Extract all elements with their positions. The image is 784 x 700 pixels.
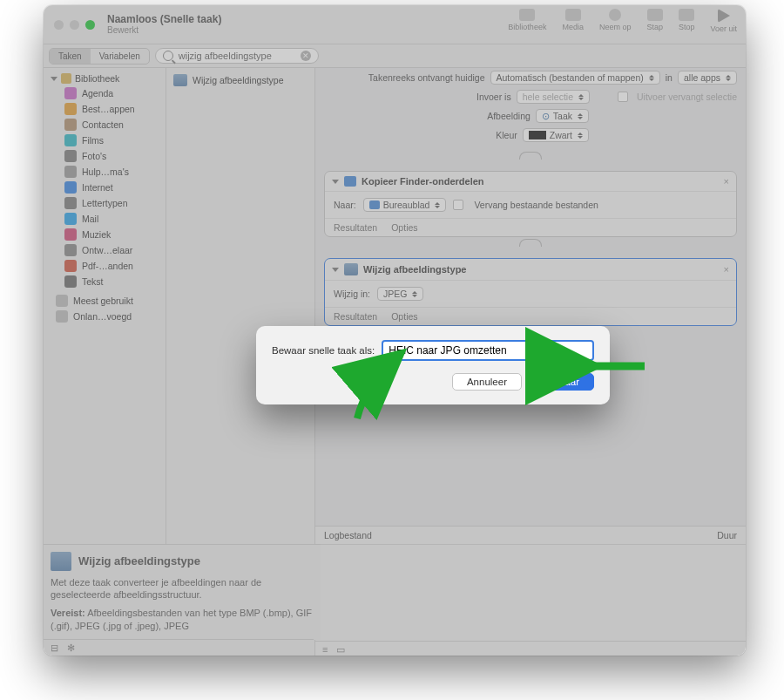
sheet-row: Bewaar snelle taak als: (272, 340, 594, 361)
automator-window: Naamloos (Snelle taak) Bewerkt Bibliothe… (44, 5, 746, 656)
save-as-label: Bewaar snelle taak als: (272, 345, 375, 356)
sheet-buttons: Annuleer Bewaar (272, 373, 594, 391)
cancel-button[interactable]: Annuleer (452, 373, 522, 391)
save-button[interactable]: Bewaar (531, 373, 594, 391)
save-sheet: Bewaar snelle taak als: Annuleer Bewaar (256, 326, 610, 404)
save-name-input[interactable] (382, 340, 594, 361)
